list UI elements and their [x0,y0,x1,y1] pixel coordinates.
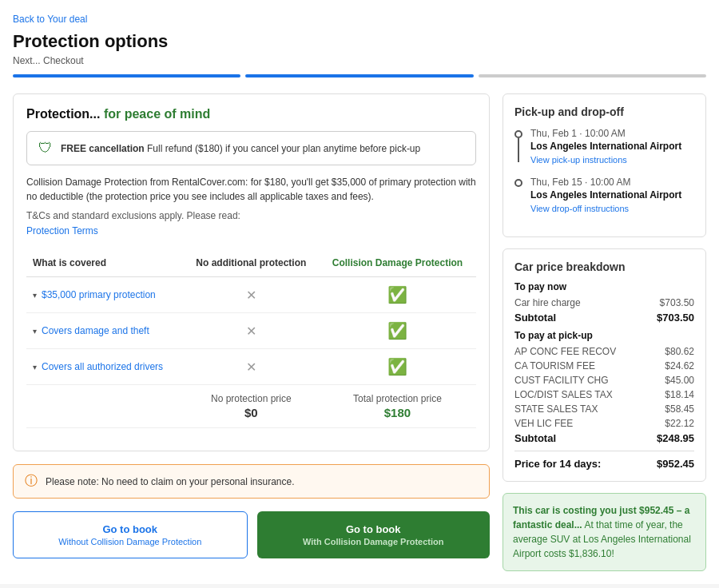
coverage-no-protection: ✕ [184,313,319,349]
fee-line: LOC/DIST SALES TAX$18.14 [514,389,694,400]
coverage-row: ▾$35,000 primary protection✕✅ [26,277,476,313]
coverage-with-protection: ✅ [319,313,476,349]
cross-icon: ✕ [246,324,256,338]
dropoff-date: Thu, Feb 15 · 10:00 AM [530,177,694,188]
dropoff-dot [514,179,522,187]
coverage-no-protection: ✕ [184,277,319,313]
cross-icon: ✕ [246,360,256,374]
progress-bar [13,74,706,77]
price-breakdown-card: Car price breakdown To pay now Car hire … [503,248,706,482]
protection-terms-link[interactable]: Protection Terms [26,225,98,236]
check-circle-icon: ✅ [387,286,407,304]
chevron-icon: ▾ [33,363,37,371]
protection-title: Protection... for peace of mind [26,107,476,121]
total-price-line: Price for 14 days: $952.45 [514,451,694,470]
tc-text: T&Cs and standard exclusions apply. Plea… [26,210,476,221]
dropoff-item: Thu, Feb 15 · 10:00 AM Los Angeles Inter… [530,177,694,214]
car-hire-charge-line: Car hire charge $703.50 [514,297,694,308]
progress-step-1 [13,74,240,77]
deal-box: This car is costing you just $952.45 – a… [503,493,706,571]
no-protection-button[interactable]: Go to book Without Collision Damage Prot… [13,511,248,558]
price-breakdown-title: Car price breakdown [514,260,694,273]
free-cancel-box: 🛡 FREE cancellation Full refund ($180) i… [26,131,476,165]
col1-header: What is covered [26,249,184,277]
fee-lines: AP CONC FEE RECOV$80.62CA TOURISM FEE$24… [514,346,694,429]
subtotal1-line: Subtotal $703.50 [514,312,694,324]
coverage-row: ▾Covers all authorized drivers✕✅ [26,349,476,385]
note-box: ⓘ Please note: No need to claim on your … [13,464,490,499]
col3-header: Collision Damage Protection [319,249,476,277]
note-text: Please note: No need to claim on your pe… [46,476,295,487]
dropoff-location: Los Angeles International Airport [530,189,694,201]
with-protection-price-label: Total protection price [325,393,470,404]
pickup-dot [514,130,522,138]
subtotal2-line: Subtotal $248.95 [514,432,694,444]
free-cancel-text: FREE cancellation Full refund ($180) if … [61,143,420,154]
coverage-row-label[interactable]: ▾$35,000 primary protection [26,277,184,313]
col2-header: No additional protection [184,249,319,277]
progress-step-3 [479,74,706,77]
protection-section: Protection... for peace of mind 🛡 FREE c… [13,93,490,451]
pickup-timeline: Thu, Feb 1 · 10:00 AM Los Angeles Intern… [514,128,694,214]
page-title: Protection options [13,31,706,52]
to-pay-pickup-label: To pay at pick-up [514,330,694,341]
coverage-table: What is covered No additional protection… [26,249,476,428]
back-to-deal-link[interactable]: Back to Your deal [13,14,87,25]
fee-line: CA TOURISM FEE$24.62 [514,360,694,371]
check-circle-icon: ✅ [387,322,407,340]
chevron-icon: ▾ [33,291,37,300]
cross-icon: ✕ [246,288,256,302]
pickup-date: Thu, Feb 1 · 10:00 AM [530,128,694,139]
coverage-row-label[interactable]: ▾Covers damage and theft [26,313,184,349]
fee-line: STATE SALES TAX$58.45 [514,403,694,415]
coverage-row-label[interactable]: ▾Covers all authorized drivers [26,349,184,385]
check-circle-icon: ✅ [387,358,407,375]
fee-line: CUST FACILITY CHG$45.00 [514,375,694,386]
with-protection-button[interactable]: Go to book With Collision Damage Protect… [257,511,491,558]
progress-step-2 [245,74,473,77]
coverage-row: ▾Covers damage and theft✕✅ [26,313,476,349]
fee-line: AP CONC FEE RECOV$80.62 [514,346,694,357]
pickup-item: Thu, Feb 1 · 10:00 AM Los Angeles Intern… [530,128,694,165]
dropoff-instructions-link[interactable]: View drop-off instructions [530,204,629,213]
pickup-card: Pick-up and drop-off Thu, Feb 1 · 10:00 … [503,93,706,237]
button-row: Go to book Without Collision Damage Prot… [13,511,490,558]
no-protection-price-value: $0 [190,406,312,419]
info-icon: ⓘ [25,473,38,490]
pickup-title: Pick-up and drop-off [514,105,694,118]
timeline-line [518,138,519,162]
fee-line: VEH LIC FEE$22.12 [514,418,694,429]
pickup-instructions-link[interactable]: View pick-up instructions [530,155,627,165]
coverage-no-protection: ✕ [184,349,319,385]
to-pay-now-label: To pay now [514,281,694,292]
with-protection-price-value: $180 [325,406,470,419]
coverage-with-protection: ✅ [319,349,476,385]
pickup-location: Los Angeles International Airport [530,141,694,152]
description-text: Collision Damage Protection from RentalC… [26,175,476,204]
coverage-with-protection: ✅ [319,277,476,313]
shield-icon: 🛡 [38,140,53,157]
chevron-icon: ▾ [33,327,37,336]
no-protection-price-label: No protection price [190,393,312,404]
deal-text: This car is costing you just $952.45 – a… [513,503,696,561]
next-step-label: Next... Checkout [13,55,706,66]
